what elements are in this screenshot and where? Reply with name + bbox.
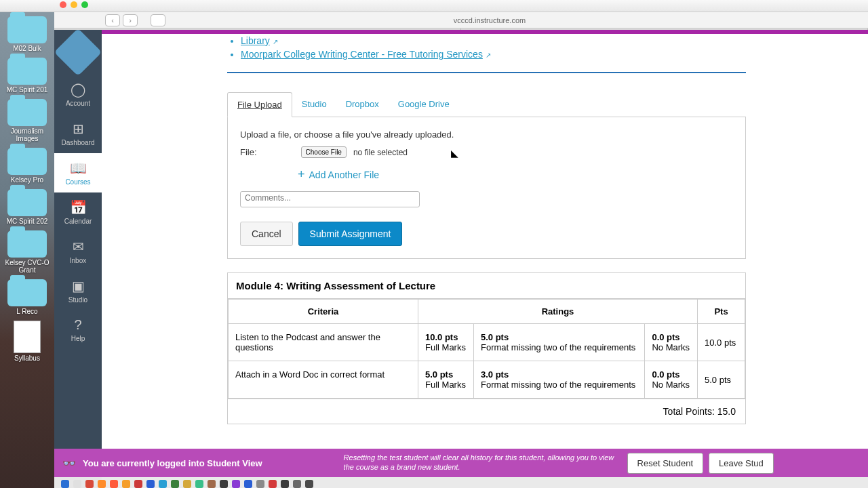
dock-app-icon[interactable] bbox=[208, 480, 216, 488]
rubric: Module 4: Writing Assessment of Lecture … bbox=[227, 272, 746, 424]
dock-app-icon[interactable] bbox=[85, 480, 94, 488]
dock-app-icon[interactable] bbox=[244, 480, 252, 488]
dock-app-icon[interactable] bbox=[134, 480, 142, 488]
account-icon: ◯ bbox=[54, 81, 102, 98]
desktop-folder[interactable] bbox=[7, 16, 47, 43]
dock-app-icon[interactable] bbox=[195, 480, 203, 488]
leave-student-button[interactable]: Leave Stud bbox=[709, 453, 774, 474]
upload-tab-studio[interactable]: Studio bbox=[292, 92, 336, 117]
maximize-window-icon[interactable] bbox=[81, 1, 88, 8]
dock-app-icon[interactable] bbox=[183, 480, 191, 488]
dock-app-icon[interactable] bbox=[281, 480, 289, 488]
student-view-msg: Resetting the test student will clear al… bbox=[344, 453, 622, 472]
link-library[interactable]: Library bbox=[241, 35, 270, 46]
upload-tab-google-drive[interactable]: Google Drive bbox=[389, 92, 459, 117]
desktop-folder[interactable] bbox=[7, 58, 47, 85]
desktop-folder[interactable] bbox=[7, 189, 47, 216]
rubric-rating: 3.0 ptsFormat missing two of the require… bbox=[473, 361, 644, 399]
inbox-icon: ✉ bbox=[54, 239, 102, 255]
url-bar[interactable]: vcccd.instructure.com bbox=[301, 16, 678, 24]
studio-icon: ▣ bbox=[54, 278, 102, 294]
dock-app-icon[interactable] bbox=[122, 480, 130, 488]
choose-file-button[interactable]: Choose File bbox=[301, 146, 347, 158]
desktop-folder[interactable] bbox=[7, 279, 47, 306]
upload-tab-file-upload[interactable]: File Upload bbox=[227, 92, 292, 117]
dock-app-icon[interactable] bbox=[98, 480, 106, 488]
desktop-folder[interactable] bbox=[7, 230, 47, 258]
student-view-bar: 👓 You are currently logged into Student … bbox=[54, 449, 868, 477]
comments-input[interactable] bbox=[240, 191, 420, 207]
file-label: File: bbox=[240, 147, 257, 157]
desktop-folder[interactable] bbox=[7, 99, 47, 126]
submit-button[interactable]: Submit Assignment bbox=[298, 222, 403, 246]
nav-inbox[interactable]: ✉Inbox bbox=[54, 232, 102, 271]
nav-courses[interactable]: 📖Courses bbox=[54, 153, 102, 192]
minimize-window-icon[interactable] bbox=[71, 1, 77, 8]
dock-app-icon[interactable] bbox=[159, 480, 167, 488]
desktop-folder-label: Kelsey CVC-O Grant bbox=[0, 259, 54, 274]
nav-studio[interactable]: ▣Studio bbox=[54, 271, 102, 310]
dock-app-icon[interactable] bbox=[73, 480, 81, 488]
upload-panel: Upload a file, or choose a file you've a… bbox=[227, 117, 746, 259]
dock-app-icon[interactable] bbox=[269, 480, 277, 488]
desktop-folder-label: MC Spirit 201 bbox=[0, 86, 54, 94]
rubric-total: Total Points: 15.0 bbox=[228, 399, 745, 424]
desktop-folder-label: Journalism Images bbox=[0, 127, 54, 142]
no-file-text: no file selected bbox=[353, 148, 408, 157]
main-content: Library ↗ Moorpark College Writing Cente… bbox=[102, 30, 868, 488]
dock-app-icon[interactable] bbox=[305, 480, 313, 488]
dashboard-icon: ⊞ bbox=[54, 121, 102, 137]
nav-help[interactable]: ?Help bbox=[54, 310, 102, 349]
rubric-header: Criteria bbox=[229, 300, 418, 324]
canvas-sidebar: ◯Account⊞Dashboard📖Courses📅Calendar✉Inbo… bbox=[54, 30, 102, 477]
dock-app-icon[interactable] bbox=[256, 480, 264, 488]
desktop-doc-icon[interactable] bbox=[14, 321, 41, 353]
rubric-header: Ratings bbox=[418, 300, 698, 324]
dock-app-icon[interactable] bbox=[293, 480, 301, 488]
desktop-folder[interactable] bbox=[7, 148, 47, 175]
rubric-header: Pts bbox=[698, 300, 745, 324]
nav-dashboard[interactable]: ⊞Dashboard bbox=[54, 114, 102, 153]
reset-student-button[interactable]: Reset Student bbox=[627, 453, 703, 474]
desktop-folder-label: Kelsey Pro bbox=[0, 176, 54, 184]
resource-links: Library ↗ Moorpark College Writing Cente… bbox=[227, 35, 746, 60]
rubric-rating: 5.0 ptsFull Marks bbox=[418, 361, 474, 399]
add-another-file[interactable]: + Add Another File bbox=[298, 167, 733, 182]
rubric-criteria: Listen to the Podcast and answer the que… bbox=[229, 324, 418, 361]
dock-app-icon[interactable] bbox=[232, 480, 240, 488]
nav-account[interactable]: ◯Account bbox=[54, 75, 102, 114]
help-icon: ? bbox=[54, 317, 102, 333]
mac-dock[interactable] bbox=[54, 477, 868, 488]
share-button[interactable] bbox=[151, 14, 165, 26]
desktop-folder-label: M02 Bulk bbox=[0, 45, 54, 52]
desktop-folder-label: MC Spirit 202 bbox=[0, 218, 54, 225]
upload-tabs: File UploadStudioDropboxGoogle Drive bbox=[227, 92, 746, 117]
rubric-pts: 10.0 pts bbox=[698, 324, 745, 361]
desktop-doc-label: Syllabus bbox=[0, 354, 54, 362]
upload-instruction: Upload a file, or choose a file you've a… bbox=[240, 129, 733, 140]
nav-calendar[interactable]: 📅Calendar bbox=[54, 192, 102, 232]
desktop-background: M02 BulkMC Spirit 201Journalism ImagesKe… bbox=[0, 0, 54, 488]
glasses-icon: 👓 bbox=[62, 457, 76, 470]
canvas-logo-icon[interactable] bbox=[54, 28, 102, 77]
rubric-pts: 5.0 pts bbox=[698, 361, 745, 399]
rubric-rating: 10.0 ptsFull Marks bbox=[418, 324, 474, 361]
browser-toolbar: ‹ › vcccd.instructure.com bbox=[0, 12, 868, 28]
forward-button[interactable]: › bbox=[123, 14, 138, 26]
rubric-rating: 0.0 ptsNo Marks bbox=[645, 361, 698, 399]
student-view-text: You are currently logged into Student Vi… bbox=[83, 458, 262, 468]
calendar-icon: 📅 bbox=[54, 199, 102, 216]
dock-app-icon[interactable] bbox=[171, 480, 179, 488]
dock-app-icon[interactable] bbox=[110, 480, 118, 488]
desktop-folder-label: L Reco bbox=[0, 308, 54, 315]
dock-app-icon[interactable] bbox=[220, 480, 228, 488]
upload-tab-dropbox[interactable]: Dropbox bbox=[336, 92, 389, 117]
dock-app-icon[interactable] bbox=[146, 480, 155, 488]
link-writing-center[interactable]: Moorpark College Writing Center - Free T… bbox=[241, 49, 483, 60]
back-button[interactable]: ‹ bbox=[105, 14, 120, 26]
close-window-icon[interactable] bbox=[60, 1, 66, 8]
plus-icon: + bbox=[298, 167, 305, 182]
divider bbox=[227, 72, 746, 73]
dock-app-icon[interactable] bbox=[61, 480, 69, 488]
cancel-button[interactable]: Cancel bbox=[240, 222, 293, 246]
